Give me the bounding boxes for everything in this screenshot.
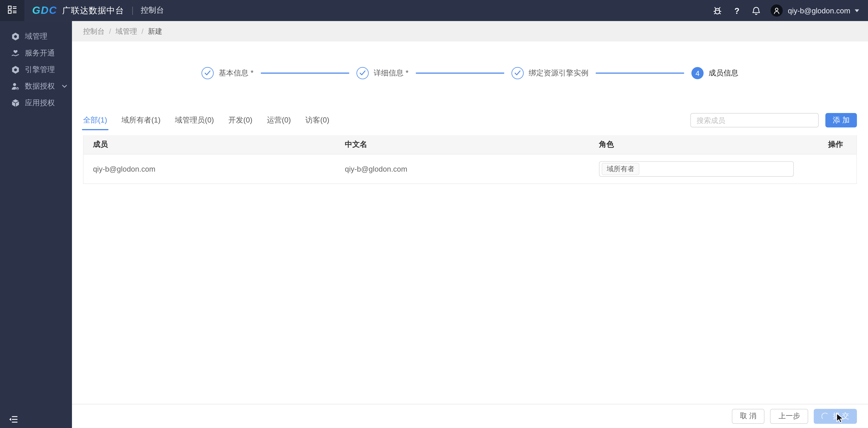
tab-guest[interactable]: 访客(0)	[305, 115, 329, 125]
help-icon[interactable]: ?	[731, 5, 742, 16]
sidebar-collapse-icon[interactable]	[9, 415, 18, 423]
tab-domain-owner[interactable]: 域所有者(1)	[122, 115, 160, 125]
nav-console[interactable]: 控制台	[141, 5, 164, 16]
bug-report-icon[interactable]	[712, 5, 723, 16]
tab-all[interactable]: 全部(1)	[83, 115, 107, 125]
step-label: 详细信息 *	[374, 68, 408, 78]
step-member-info: 4 成员信息	[691, 67, 739, 79]
gdc-logo: GDC	[32, 4, 57, 17]
cube-icon	[11, 98, 20, 107]
main-area: 控制台 / 域管理 / 新建 基本信息 *	[72, 21, 868, 428]
loading-spinner-icon	[822, 412, 829, 420]
submit-button[interactable]: 提 交	[814, 409, 857, 424]
app-window: GDC 广联达数据中台 控制台 ?	[0, 0, 868, 428]
sidebar-item-label: 域管理	[25, 31, 47, 41]
hex-nut-icon	[11, 65, 20, 74]
role-tag: 域所有者	[602, 163, 639, 175]
brand: GDC 广联达数据中台 控制台	[25, 0, 164, 21]
sidebar-item-label: 服务开通	[25, 48, 55, 58]
tab-developer[interactable]: 开发(0)	[228, 115, 252, 125]
step-label: 绑定资源引擎实例	[529, 68, 588, 78]
step-number-badge: 4	[691, 67, 704, 79]
wizard-footer: 取 消 上一步 提 交	[72, 404, 868, 428]
add-member-button[interactable]: 添 加	[826, 113, 857, 127]
step-basic-info: 基本信息 *	[202, 67, 253, 79]
step-connector	[416, 73, 504, 74]
step-connector	[595, 73, 684, 74]
step-check-icon	[512, 67, 524, 79]
cell-role: 域所有者	[589, 161, 792, 177]
cell-chinese-name: qiy-b@glodon.com	[336, 165, 590, 173]
submit-button-label: 提 交	[833, 411, 849, 421]
step-check-icon	[202, 67, 214, 79]
table-header-row: 成员 中文名 角色 操作	[84, 135, 856, 155]
toolbar-row: 全部(1) 域所有者(1) 域管理员(0) 开发(0) 运营(0) 访客(0) …	[83, 113, 857, 127]
previous-step-button[interactable]: 上一步	[770, 409, 808, 424]
member-tabs: 全部(1) 域所有者(1) 域管理员(0) 开发(0) 运营(0) 访客(0)	[83, 115, 344, 125]
tab-operations[interactable]: 运营(0)	[267, 115, 291, 125]
breadcrumb-new: 新建	[148, 26, 162, 36]
chevron-down-icon	[62, 85, 67, 88]
table-row: qiy-b@glodon.com qiy-b@glodon.com 域所有者	[84, 155, 856, 183]
breadcrumb-domain-management[interactable]: 域管理	[115, 26, 137, 36]
step-bind-engine: 绑定资源引擎实例	[512, 67, 589, 79]
sidebar-toggle-button[interactable]	[0, 0, 25, 21]
sidebar-nav: 域管理 服务开通 引擎管理	[0, 21, 72, 111]
topbar-right: ? qiy-b@glodon.com	[704, 4, 868, 17]
step-label: 成员信息	[709, 68, 738, 78]
search-member-input[interactable]	[690, 113, 819, 127]
hex-nut-icon	[11, 32, 20, 41]
user-avatar[interactable]	[771, 4, 783, 17]
member-table: 成员 中文名 角色 操作 qiy-b@glodon.com qiy-b@glod…	[83, 135, 857, 184]
role-select[interactable]: 域所有者	[599, 161, 794, 177]
breadcrumb-console[interactable]: 控制台	[83, 26, 104, 36]
step-label: 基本信息 *	[219, 68, 253, 78]
sidebar-item-label: 应用授权	[25, 98, 55, 108]
user-email[interactable]: qiy-b@glodon.com	[788, 6, 850, 15]
header-divider	[132, 6, 133, 15]
topbar: GDC 广联达数据中台 控制台 ?	[0, 0, 868, 21]
step-check-icon	[356, 67, 369, 79]
step-detail-info: 详细信息 *	[356, 67, 408, 79]
sidebar-item-service-activation[interactable]: 服务开通	[0, 45, 72, 61]
user-menu-caret-icon[interactable]	[855, 9, 859, 12]
list-menu-icon	[7, 5, 17, 16]
sidebar-item-label: 数据授权	[25, 82, 55, 91]
user-gear-icon	[11, 82, 20, 91]
hand-heart-icon	[11, 49, 20, 58]
sidebar: 域管理 服务开通 引擎管理	[0, 21, 72, 428]
column-header-actions: 操作	[792, 140, 857, 149]
column-header-chinese-name: 中文名	[336, 140, 590, 149]
page-content: 基本信息 * 详细信息 *	[72, 41, 868, 404]
column-header-role: 角色	[589, 140, 792, 149]
sidebar-item-label: 引擎管理	[25, 65, 55, 75]
column-header-member: 成员	[84, 140, 335, 149]
sidebar-item-data-authorization[interactable]: 数据授权	[0, 78, 72, 95]
step-connector	[261, 73, 349, 74]
sidebar-item-domain-management[interactable]: 域管理	[0, 28, 72, 45]
notification-bell-icon[interactable]	[751, 5, 762, 16]
stepper: 基本信息 * 详细信息 *	[72, 67, 868, 79]
breadcrumb: 控制台 / 域管理 / 新建	[72, 21, 868, 42]
sidebar-item-app-authorization[interactable]: 应用授权	[0, 95, 72, 111]
app-title: 广联达数据中台	[62, 5, 124, 16]
cancel-button[interactable]: 取 消	[732, 409, 765, 424]
tab-domain-admin[interactable]: 域管理员(0)	[175, 115, 214, 125]
sidebar-item-engine-management[interactable]: 引擎管理	[0, 62, 72, 78]
cell-member: qiy-b@glodon.com	[84, 165, 335, 173]
